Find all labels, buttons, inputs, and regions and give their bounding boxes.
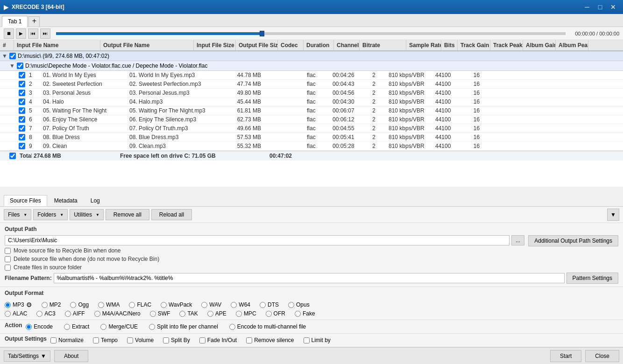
settings-option-tempo[interactable]: Tempo xyxy=(93,337,118,343)
next-button[interactable]: ⏭ xyxy=(40,28,50,39)
table-row[interactable]: 2 02. Sweetest Perfection 02. Sweetest P… xyxy=(0,80,623,89)
format-radio-fake[interactable] xyxy=(295,311,301,317)
settings-option-normalize[interactable]: Normalize xyxy=(50,337,84,343)
format-option-wav[interactable]: WAV xyxy=(201,301,221,308)
reload-all-button[interactable]: Reload all xyxy=(151,209,192,220)
mp3-settings-icon[interactable]: ⚙ xyxy=(26,301,32,308)
settings-checkbox-2[interactable] xyxy=(127,337,133,343)
table-row[interactable]: 9 09. Clean 09. Clean.mp3 55.32 MB flac … xyxy=(0,142,623,151)
action-radio-2[interactable] xyxy=(100,324,106,330)
toolbar-settings-dropdown[interactable]: ▼ xyxy=(607,209,619,221)
action-option-extract[interactable]: Extract xyxy=(64,323,89,330)
format-option-flac[interactable]: FLAC xyxy=(129,301,151,308)
action-option-merge/cue[interactable]: Merge/CUE xyxy=(100,323,138,330)
action-option-split-into-file-per-channel[interactable]: Split into file per channel xyxy=(149,323,218,330)
table-row[interactable]: 4 04. Halo 04. Halo.mp3 45.44 MB flac 00… xyxy=(0,98,623,106)
format-option-ofr[interactable]: OFR xyxy=(266,310,285,317)
format-radio-w64[interactable] xyxy=(231,302,237,308)
format-option-ogg[interactable]: Ogg xyxy=(70,301,89,308)
delete-source-checkbox[interactable] xyxy=(5,256,11,262)
format-radio-alac[interactable] xyxy=(5,311,11,317)
format-radio-mp3[interactable] xyxy=(5,302,11,308)
settings-checkbox-3[interactable] xyxy=(163,337,169,343)
files-dropdown[interactable]: Files ▼ xyxy=(4,209,31,220)
group-checkbox[interactable] xyxy=(9,53,16,59)
action-radio-1[interactable] xyxy=(64,324,70,330)
source-folder-checkbox[interactable] xyxy=(5,265,11,271)
format-option-wavpack[interactable]: WavPack xyxy=(161,301,192,308)
action-radio-4[interactable] xyxy=(229,324,235,330)
format-option-opus[interactable]: Opus xyxy=(288,301,310,308)
play-button[interactable]: ▶ xyxy=(16,28,26,39)
recycle-bin-checkbox[interactable] xyxy=(5,248,11,254)
format-option-aiff[interactable]: AIFF xyxy=(65,310,85,317)
format-radio-wavpack[interactable] xyxy=(161,302,167,308)
table-row[interactable]: 5 05. Waiting For The Night 05. Waiting … xyxy=(0,106,623,115)
settings-option-volume[interactable]: Volume xyxy=(127,337,154,343)
pattern-input[interactable] xyxy=(54,273,565,283)
format-radio-ogg[interactable] xyxy=(70,302,76,308)
format-radio-mp2[interactable] xyxy=(42,302,48,308)
tab-log[interactable]: Log xyxy=(85,195,106,206)
settings-checkbox-5[interactable] xyxy=(246,337,252,343)
pattern-settings-button[interactable]: Pattern Settings xyxy=(566,273,618,284)
table-body[interactable]: ▼ D:\music\ (9/9, 274.68 MB, 00:47:02) ▼… xyxy=(0,51,623,187)
format-radio-wma[interactable] xyxy=(98,302,104,308)
settings-option-remove-silence[interactable]: Remove silence xyxy=(246,337,294,343)
output-path-input[interactable] xyxy=(5,235,510,245)
about-button[interactable]: About xyxy=(54,350,88,362)
row-checkbox[interactable] xyxy=(19,125,25,132)
stop-button[interactable]: ⏹ xyxy=(4,28,14,39)
format-radio-flac[interactable] xyxy=(129,302,135,308)
browse-button[interactable]: ... xyxy=(511,235,524,245)
tab-source-files[interactable]: Source Files xyxy=(4,195,47,206)
tab-metadata[interactable]: Metadata xyxy=(48,195,84,206)
format-option-fake[interactable]: Fake xyxy=(295,310,315,317)
format-option-m4aaac/nero[interactable]: M4A/AAC/Nero xyxy=(94,310,141,317)
remove-all-button[interactable]: Remove all xyxy=(106,209,149,220)
row-checkbox[interactable] xyxy=(19,107,25,114)
format-option-swf[interactable]: SWF xyxy=(150,310,170,317)
settings-checkbox-0[interactable] xyxy=(50,337,57,343)
action-option-encode[interactable]: Encode xyxy=(26,323,53,330)
settings-option-limit-by[interactable]: Limit by xyxy=(304,337,331,343)
format-radio-mpc[interactable] xyxy=(236,311,242,317)
prev-button[interactable]: ⏮ xyxy=(28,28,38,39)
group-header[interactable]: ▼ D:\music\ (9/9, 274.68 MB, 00:47:02) xyxy=(0,51,623,61)
close-button[interactable]: ✕ xyxy=(607,2,619,12)
row-checkbox[interactable] xyxy=(19,143,25,149)
settings-checkbox-1[interactable] xyxy=(93,337,99,343)
format-option-mp3[interactable]: MP3⚙ xyxy=(5,301,32,308)
format-option-dts[interactable]: DTS xyxy=(260,301,279,308)
close-main-button[interactable]: Close xyxy=(585,350,619,362)
start-button[interactable]: Start xyxy=(550,350,581,362)
folders-dropdown[interactable]: Folders ▼ xyxy=(33,209,68,220)
table-row[interactable]: 8 08. Blue Dress 08. Blue Dress.mp3 57.5… xyxy=(0,133,623,142)
action-radio-3[interactable] xyxy=(149,324,155,330)
sub-group-header[interactable]: ▼ D:\music\Depeche Mode - Violator.flac.… xyxy=(0,61,623,71)
settings-option-split-by[interactable]: Split By xyxy=(163,337,190,343)
subgroup-checkbox[interactable] xyxy=(17,63,23,69)
action-option-encode-to-multi-channel-file[interactable]: Encode to multi-channel file xyxy=(229,323,306,330)
action-radio-0[interactable] xyxy=(26,324,32,330)
total-checkbox[interactable] xyxy=(9,153,16,159)
row-checkbox[interactable] xyxy=(19,134,25,140)
row-checkbox[interactable] xyxy=(19,81,25,87)
format-option-ac3[interactable]: AC3 xyxy=(36,310,55,317)
table-row[interactable]: 7 07. Policy Of Truth 07. Policy Of Trut… xyxy=(0,124,623,133)
tab-settings-button[interactable]: Tab/Settings ▼ xyxy=(4,350,50,362)
table-row[interactable]: 1 01. World In My Eyes 01. World In My E… xyxy=(0,71,623,80)
row-checkbox[interactable] xyxy=(19,72,25,78)
additional-output-path-button[interactable]: Additional Output Path Settings xyxy=(528,235,618,246)
tab-1[interactable]: Tab 1 xyxy=(2,16,28,27)
format-option-mp2[interactable]: MP2 xyxy=(42,301,61,308)
format-radio-wav[interactable] xyxy=(201,302,207,308)
horizontal-scrollbar[interactable] xyxy=(0,187,623,193)
format-option-alac[interactable]: ALAC xyxy=(5,310,27,317)
row-checkbox[interactable] xyxy=(19,116,25,123)
format-radio-tak[interactable] xyxy=(179,311,185,317)
settings-option-fade-in/out[interactable]: Fade In/Out xyxy=(199,337,237,343)
format-radio-m4a/aac/nero[interactable] xyxy=(94,311,100,317)
format-option-w64[interactable]: W64 xyxy=(231,301,250,308)
table-row[interactable]: 6 06. Enjoy The Silence 06. Enjoy The Si… xyxy=(0,115,623,124)
